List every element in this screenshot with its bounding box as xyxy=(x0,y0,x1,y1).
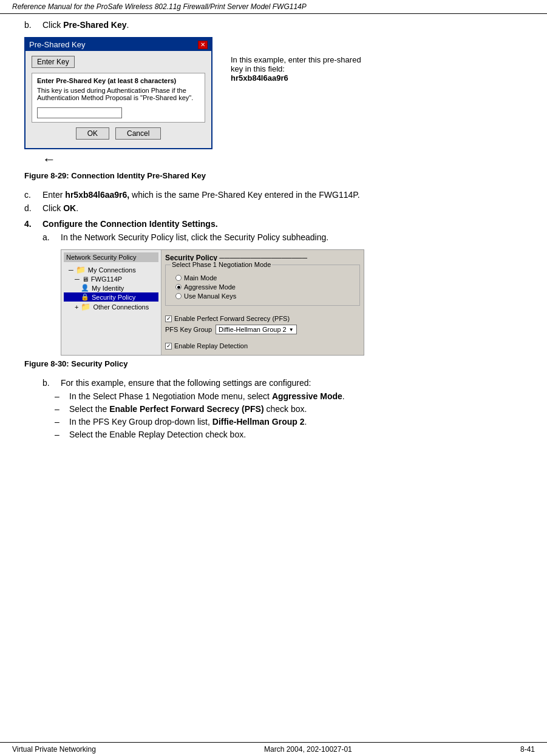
aggressive-mode-label: Aggressive Mode xyxy=(184,283,236,291)
dropdown-arrow-icon: ▼ xyxy=(289,327,294,332)
tree-item-my-connections: ─ 📁 My Connections xyxy=(64,265,158,275)
footer-center: March 2004, 202-10027-01 xyxy=(264,745,352,754)
section-b1-letter: b. xyxy=(24,20,42,30)
section-b1-text: Click Pre-Shared Key. xyxy=(42,20,129,30)
section-a-text: In the Network Security Policy list, cli… xyxy=(61,232,328,242)
section-c-text: Enter hr5xb84l6aa9r6, which is the same … xyxy=(42,190,360,200)
bullet-list: – In the Select Phase 1 Negotiation Mode… xyxy=(55,391,523,439)
bullet-2: – Select the Enable Perfect Forward Secr… xyxy=(55,404,523,414)
dialog-close-button[interactable]: ✕ xyxy=(198,41,208,49)
right-panel: Security Policy ───────────────── Select… xyxy=(161,250,364,355)
aggressive-mode-radio-dot xyxy=(175,284,182,290)
pre-shared-key-dialog: Pre-Shared Key ✕ Enter Key Enter Pre-Sha… xyxy=(24,37,212,149)
arrow-indicator: ← xyxy=(42,152,523,167)
fwg114p-label: FWG114P xyxy=(91,275,122,283)
section-a-letter: a. xyxy=(42,232,61,242)
fwg114p-icon: 🖥 xyxy=(82,275,89,283)
main-mode-label: Main Mode xyxy=(184,274,217,282)
pfs-label: Enable Perfect Forward Secrecy (PFS) xyxy=(174,315,290,322)
section-4-num: 4. xyxy=(24,219,42,229)
pfs-key-row: PFS Key Group Diffie-Hellman Group 2 ▼ xyxy=(165,325,360,334)
network-security-policy-screenshot: Network Security Policy ─ 📁 My Connectio… xyxy=(61,249,364,356)
manual-keys-radio[interactable]: Use Manual Keys xyxy=(175,292,355,300)
replay-checkbox[interactable]: ✓ xyxy=(165,343,172,349)
replay-checkbox-row[interactable]: ✓ Enable Replay Detection xyxy=(165,342,360,349)
security-policy-label: Security Policy xyxy=(92,294,135,301)
security-icon: 🔒 xyxy=(81,293,89,301)
dialog-wrapper: Pre-Shared Key ✕ Enter Key Enter Pre-Sha… xyxy=(24,37,523,149)
footer-left: Virtual Private Networking xyxy=(12,745,96,754)
section-a: a. In the Network Security Policy list, … xyxy=(42,232,523,242)
connections-folder-icon: 📁 xyxy=(76,265,86,274)
pfs-key-dropdown[interactable]: Diffie-Hellman Group 2 ▼ xyxy=(216,325,297,334)
section-b2-text: For this example, ensure that the follow… xyxy=(61,378,311,388)
bullet-4-text: Select the Enable Replay Detection check… xyxy=(69,430,246,439)
bullet-dash-4: – xyxy=(55,430,64,439)
main-content: b. Click Pre-Shared Key. Pre-Shared Key … xyxy=(0,14,547,479)
section-b2: b. For this example, ensure that the fol… xyxy=(42,378,523,388)
bullet-2-text: Select the Enable Perfect Forward Secrec… xyxy=(69,404,307,414)
other-folder-icon: 📁 xyxy=(81,302,90,311)
dialog-titlebar: Pre-Shared Key ✕ xyxy=(25,38,211,51)
ok-button[interactable]: OK xyxy=(76,127,109,140)
manual-keys-radio-dot xyxy=(175,293,182,299)
page-header: Reference Manual for the ProSafe Wireles… xyxy=(0,0,547,14)
dialog-title: Pre-Shared Key xyxy=(29,40,86,49)
main-mode-radio[interactable]: Main Mode xyxy=(175,274,355,282)
header-text: Reference Manual for the ProSafe Wireles… xyxy=(12,2,307,11)
inner-label: Enter Pre-Shared Key (at least 8 charact… xyxy=(37,77,200,84)
left-panel: Network Security Policy ─ 📁 My Connectio… xyxy=(61,250,161,355)
other-connections-label: Other Connections xyxy=(93,303,149,311)
dialog-buttons: OK Cancel xyxy=(32,127,205,143)
bullet-3: – In the PFS Key Group drop-down list, D… xyxy=(55,417,523,427)
bullet-4: – Select the Enable Replay Detection che… xyxy=(55,430,523,439)
manual-keys-label: Use Manual Keys xyxy=(184,292,236,300)
pfs-key-group-label: PFS Key Group xyxy=(165,326,212,333)
dialog-body: Enter Key Enter Pre-Shared Key (at least… xyxy=(25,51,211,148)
tree-item-other-connections: + 📁 Other Connections xyxy=(64,302,158,312)
callout-container: In this example, enter this pre-shared k… xyxy=(219,37,364,83)
section-b2-letter: b. xyxy=(42,378,61,388)
enter-key-button[interactable]: Enter Key xyxy=(32,56,75,68)
phase-negotiation-groupbox: Select Phase 1 Negotiation Mode Main Mod… xyxy=(165,265,360,306)
page-footer: Virtual Private Networking March 2004, 2… xyxy=(0,742,547,756)
section-d-text: Click OK. xyxy=(42,203,78,213)
bullet-1: – In the Select Phase 1 Negotiation Mode… xyxy=(55,391,523,401)
section-d-letter: d. xyxy=(24,203,42,213)
pfs-key-value: Diffie-Hellman Group 2 xyxy=(219,326,287,333)
section-d: d. Click OK. xyxy=(24,203,523,213)
cancel-button[interactable]: Cancel xyxy=(115,127,161,140)
section-c-letter: c. xyxy=(24,190,42,200)
tree-item-security-policy[interactable]: 🔒 Security Policy xyxy=(64,292,158,302)
section-c: c. Enter hr5xb84l6aa9r6, which is the sa… xyxy=(24,190,523,200)
inner-text: This key is used during Authentication P… xyxy=(37,87,200,101)
pfs-checkbox-row[interactable]: ✓ Enable Perfect Forward Secrecy (PFS) xyxy=(165,315,360,322)
pre-shared-key-input[interactable] xyxy=(37,107,122,118)
fig29-caption: Figure 8-29: Connection Identity Pre-Sha… xyxy=(24,171,523,180)
fig30-caption: Figure 8-30: Security Policy xyxy=(24,359,523,368)
minus-icon-2: ─ xyxy=(75,275,80,283)
section-4-text: Configure the Connection Identity Settin… xyxy=(42,219,218,229)
plus-icon: + xyxy=(75,303,78,311)
section-4: 4. Configure the Connection Identity Set… xyxy=(24,219,523,229)
main-mode-radio-dot xyxy=(175,275,182,281)
bullet-dash-3: – xyxy=(55,417,64,427)
replay-label: Enable Replay Detection xyxy=(174,342,248,349)
dialog-inner-box: Enter Pre-Shared Key (at least 8 charact… xyxy=(32,73,205,123)
my-connections-label: My Connections xyxy=(88,266,136,274)
bullet-dash-1: – xyxy=(55,391,64,401)
bullet-dash-2: – xyxy=(55,404,64,414)
my-identity-label: My Identity xyxy=(92,285,124,292)
section-b1: b. Click Pre-Shared Key. xyxy=(24,20,523,30)
footer-right: 8-41 xyxy=(520,745,535,754)
tree-item-fwg114p: ─ 🖥 FWG114P xyxy=(64,275,158,283)
minus-icon: ─ xyxy=(69,266,73,274)
tree-item-my-identity: 👤 My Identity xyxy=(64,283,158,292)
bullet-3-text: In the PFS Key Group drop-down list, Dif… xyxy=(69,417,307,427)
aggressive-mode-radio[interactable]: Aggressive Mode xyxy=(175,283,355,291)
bullet-1-text: In the Select Phase 1 Negotiation Mode m… xyxy=(69,391,345,401)
pfs-checkbox[interactable]: ✓ xyxy=(165,316,172,322)
security-policy-figure: Network Security Policy ─ 📁 My Connectio… xyxy=(61,249,523,356)
callout-text: In this example, enter this pre-shared k… xyxy=(231,43,364,83)
phase-negotiation-legend: Select Phase 1 Negotiation Mode xyxy=(171,261,272,268)
